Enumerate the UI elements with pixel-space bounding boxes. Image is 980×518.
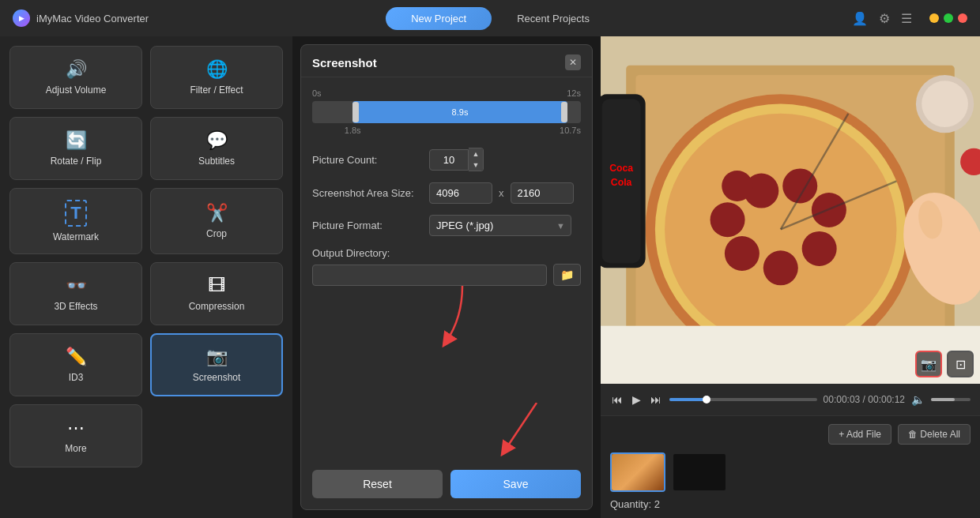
svg-text:Cola: Cola: [611, 177, 632, 188]
sidebar-item-id3-label: ID3: [69, 372, 84, 383]
picture-format-select-wrapper: JPEG (*.jpg) PNG (*.png) BMP (*.bmp) ▼: [429, 215, 571, 236]
sidebar-item-screenshot[interactable]: 📷 Screenshot: [150, 333, 283, 396]
sidebar-item-screenshot-label: Screenshot: [193, 372, 241, 383]
tab-bar: New Project Recent Projects: [386, 7, 615, 30]
settings-icon[interactable]: ⚙: [879, 11, 890, 26]
adjust-volume-icon: 🔊: [66, 59, 87, 80]
file-list-header: + Add File 🗑 Delete All: [610, 424, 971, 445]
file-thumb-2[interactable]: [672, 452, 727, 492]
area-x-separator: x: [499, 187, 504, 199]
sidebar-item-rotate-flip[interactable]: 🔄 Rotate / Flip: [9, 117, 142, 180]
picture-format-row: Picture Format: JPEG (*.jpg) PNG (*.png)…: [312, 215, 581, 236]
timeline-track[interactable]: 8.9s: [312, 101, 581, 123]
volume-bar[interactable]: [931, 398, 971, 401]
svg-point-11: [725, 236, 760, 271]
spinner-up-button[interactable]: ▲: [469, 148, 483, 160]
delete-all-button[interactable]: 🗑 Delete All: [898, 424, 971, 445]
right-panel: Coca Cola 📷 ⊡ ⏮ ▶ ⏭: [601, 36, 980, 518]
timeline-sub-start: 1.8s: [345, 126, 361, 135]
progress-bar[interactable]: [669, 398, 817, 401]
spinner-down-button[interactable]: ▼: [469, 160, 483, 171]
3d-effects-icon: 👓: [66, 276, 87, 296]
save-button[interactable]: Save: [450, 470, 581, 498]
modal-title: Screenshot: [312, 56, 377, 69]
skip-back-button[interactable]: ⏮: [610, 392, 624, 407]
sidebar-item-crop[interactable]: ✂️ Crop: [150, 188, 283, 254]
volume-fill: [931, 398, 955, 401]
sidebar-item-3d-effects[interactable]: 👓 3D Effects: [9, 262, 142, 325]
skip-forward-button[interactable]: ⏭: [649, 392, 663, 407]
sidebar-item-subtitles[interactable]: 💬 Subtitles: [150, 117, 283, 180]
app-title: iMyMac Video Converter: [36, 13, 149, 24]
screenshot-modal: Screenshot ✕ 0s 12s 8.9s: [300, 44, 593, 510]
tab-recent-projects[interactable]: Recent Projects: [492, 7, 615, 30]
add-file-button[interactable]: + Add File: [828, 424, 891, 445]
picture-count-spinner: ▲ ▼: [429, 148, 484, 171]
window-close[interactable]: [958, 13, 967, 23]
more-icon: ⋯: [67, 418, 85, 438]
svg-point-13: [722, 171, 752, 201]
sidebar-item-id3[interactable]: ✏️ ID3: [9, 333, 142, 396]
sidebar-item-3d-effects-label: 3D Effects: [54, 301, 97, 312]
timeline-range-label: 8.9s: [452, 107, 469, 117]
arrow-hints-area: [312, 286, 581, 365]
progress-fill: [669, 398, 707, 401]
modal-footer: Reset Save: [312, 470, 581, 498]
svg-point-5: [665, 114, 896, 345]
sidebar-item-compression-label: Compression: [189, 301, 245, 312]
preview-overlay-buttons: 📷 ⊡: [915, 351, 974, 377]
file-thumb-1[interactable]: [610, 452, 665, 492]
sidebar-item-filter-effect[interactable]: 🌐 Filter / Effect: [150, 46, 283, 109]
menu-icon[interactable]: ☰: [901, 11, 912, 26]
compression-icon: 🎞: [208, 276, 225, 296]
svg-point-9: [802, 231, 837, 266]
area-size-row: Screenshot Area Size: x: [312, 182, 581, 204]
quantity-label: Quantity: 2: [610, 498, 971, 510]
tab-new-project[interactable]: New Project: [386, 7, 492, 30]
modal-close-button[interactable]: ✕: [565, 54, 581, 70]
output-dir-label-row: Output Directory:: [312, 247, 581, 259]
sidebar-item-watermark-label: Watermark: [53, 231, 99, 242]
sidebar-item-filter-effect-label: Filter / Effect: [190, 84, 243, 96]
time-total: 00:00:12: [868, 394, 905, 405]
svg-point-10: [763, 250, 798, 285]
arrow-hint-output: [439, 286, 486, 349]
user-icon[interactable]: 👤: [852, 11, 868, 26]
output-dir-input[interactable]: [312, 265, 547, 286]
area-width-input[interactable]: [429, 182, 492, 204]
sidebar-item-more[interactable]: ⋯ More: [9, 404, 142, 467]
sidebar-item-compression[interactable]: 🎞 Compression: [150, 262, 283, 325]
output-dir-label: Output Directory:: [312, 247, 423, 259]
sidebar-item-adjust-volume[interactable]: 🔊 Adjust Volume: [9, 46, 142, 109]
window-maximize[interactable]: [944, 13, 953, 23]
timeline-handle-right[interactable]: [561, 102, 567, 122]
titlebar-left: ▶ iMyMac Video Converter: [13, 9, 149, 27]
screenshot-icon: 📷: [206, 347, 228, 367]
sidebar-item-rotate-flip-label: Rotate / Flip: [51, 156, 102, 167]
timeline-sub-labels: 1.8s 10.7s: [312, 126, 581, 135]
crop-icon: ✂️: [206, 203, 228, 223]
arrow-hint-save: [489, 403, 552, 458]
timeline-handle-left[interactable]: [352, 102, 359, 122]
timeline-labels: 0s 12s: [312, 88, 581, 98]
picture-count-input[interactable]: [429, 149, 469, 171]
timeline-container: 0s 12s 8.9s 1.8s 10.7s: [312, 88, 581, 135]
main-layout: 🔊 Adjust Volume 🌐 Filter / Effect 🔄 Rota…: [0, 36, 980, 518]
picture-format-select[interactable]: JPEG (*.jpg) PNG (*.png) BMP (*.bmp): [429, 215, 571, 236]
picture-format-label: Picture Format:: [312, 220, 423, 231]
screenshot-capture-button[interactable]: 📷: [915, 351, 942, 377]
video-frame: Coca Cola: [601, 36, 980, 384]
output-dir-browse-button[interactable]: 📁: [553, 264, 581, 286]
titlebar-controls: 👤 ⚙ ☰: [852, 11, 967, 26]
modal-body: 0s 12s 8.9s 1.8s 10.7s: [301, 77, 592, 376]
sidebar-item-subtitles-label: Subtitles: [198, 156, 235, 167]
play-button[interactable]: ▶: [631, 392, 643, 407]
preview-expand-button[interactable]: ⊡: [947, 351, 974, 377]
sidebar-item-watermark[interactable]: T Watermark: [9, 188, 142, 254]
reset-button[interactable]: Reset: [312, 470, 443, 498]
time-current: 00:00:03: [824, 394, 861, 405]
area-height-input[interactable]: [511, 182, 574, 204]
window-minimize[interactable]: [929, 13, 939, 23]
file-list-panel: + Add File 🗑 Delete All Quantity: 2: [601, 415, 980, 518]
thumb-pizza-image: [612, 454, 664, 490]
